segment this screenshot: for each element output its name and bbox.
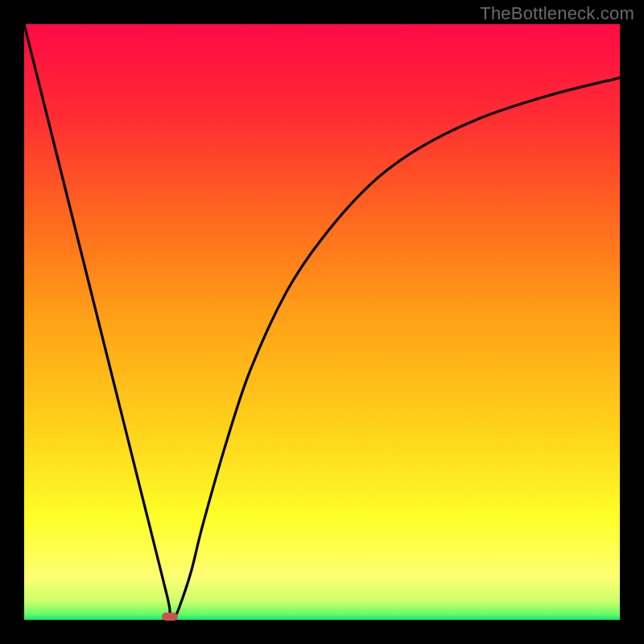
chart-frame [24, 24, 620, 620]
bottleneck-curve-path [24, 24, 620, 620]
watermark-text: TheBottleneck.com [480, 3, 634, 24]
minimum-marker [162, 613, 178, 621]
bottleneck-curve-svg [24, 24, 620, 620]
